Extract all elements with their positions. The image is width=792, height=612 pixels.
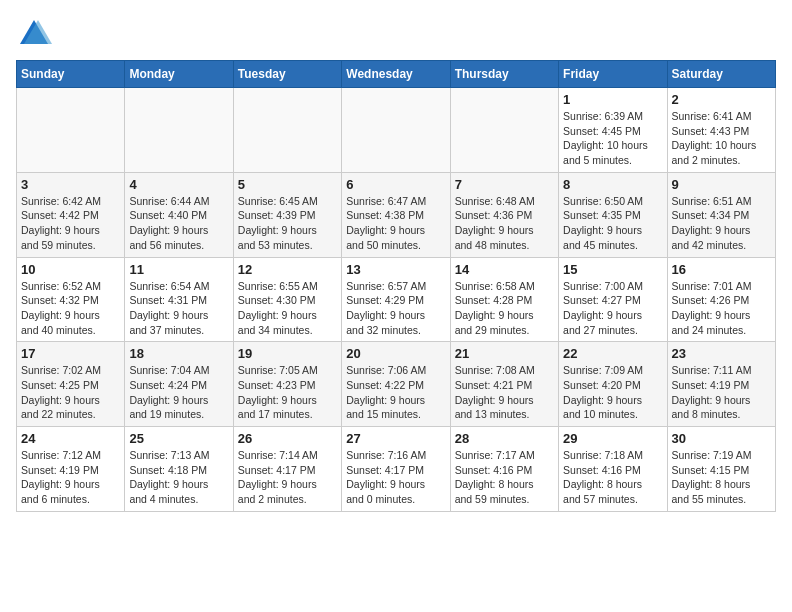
calendar-cell: 29Sunrise: 7:18 AM Sunset: 4:16 PM Dayli… bbox=[559, 427, 667, 512]
calendar-cell: 25Sunrise: 7:13 AM Sunset: 4:18 PM Dayli… bbox=[125, 427, 233, 512]
calendar-cell: 21Sunrise: 7:08 AM Sunset: 4:21 PM Dayli… bbox=[450, 342, 558, 427]
calendar-table: SundayMondayTuesdayWednesdayThursdayFrid… bbox=[16, 60, 776, 512]
day-info: Sunrise: 6:57 AM Sunset: 4:29 PM Dayligh… bbox=[346, 279, 445, 338]
day-number: 11 bbox=[129, 262, 228, 277]
calendar-cell: 10Sunrise: 6:52 AM Sunset: 4:32 PM Dayli… bbox=[17, 257, 125, 342]
day-number: 30 bbox=[672, 431, 771, 446]
weekday-header: Tuesday bbox=[233, 61, 341, 88]
day-info: Sunrise: 6:52 AM Sunset: 4:32 PM Dayligh… bbox=[21, 279, 120, 338]
calendar-cell: 12Sunrise: 6:55 AM Sunset: 4:30 PM Dayli… bbox=[233, 257, 341, 342]
weekday-header: Wednesday bbox=[342, 61, 450, 88]
calendar-cell: 15Sunrise: 7:00 AM Sunset: 4:27 PM Dayli… bbox=[559, 257, 667, 342]
day-info: Sunrise: 7:01 AM Sunset: 4:26 PM Dayligh… bbox=[672, 279, 771, 338]
calendar-week-row: 10Sunrise: 6:52 AM Sunset: 4:32 PM Dayli… bbox=[17, 257, 776, 342]
calendar-cell bbox=[342, 88, 450, 173]
day-number: 19 bbox=[238, 346, 337, 361]
calendar-cell: 14Sunrise: 6:58 AM Sunset: 4:28 PM Dayli… bbox=[450, 257, 558, 342]
day-info: Sunrise: 6:54 AM Sunset: 4:31 PM Dayligh… bbox=[129, 279, 228, 338]
calendar-cell: 4Sunrise: 6:44 AM Sunset: 4:40 PM Daylig… bbox=[125, 172, 233, 257]
weekday-header: Saturday bbox=[667, 61, 775, 88]
page-header bbox=[16, 16, 776, 52]
calendar-cell: 13Sunrise: 6:57 AM Sunset: 4:29 PM Dayli… bbox=[342, 257, 450, 342]
day-info: Sunrise: 6:44 AM Sunset: 4:40 PM Dayligh… bbox=[129, 194, 228, 253]
day-number: 26 bbox=[238, 431, 337, 446]
day-info: Sunrise: 7:09 AM Sunset: 4:20 PM Dayligh… bbox=[563, 363, 662, 422]
calendar-cell: 3Sunrise: 6:42 AM Sunset: 4:42 PM Daylig… bbox=[17, 172, 125, 257]
calendar-cell: 24Sunrise: 7:12 AM Sunset: 4:19 PM Dayli… bbox=[17, 427, 125, 512]
day-info: Sunrise: 7:04 AM Sunset: 4:24 PM Dayligh… bbox=[129, 363, 228, 422]
calendar-cell: 1Sunrise: 6:39 AM Sunset: 4:45 PM Daylig… bbox=[559, 88, 667, 173]
day-number: 13 bbox=[346, 262, 445, 277]
day-info: Sunrise: 7:16 AM Sunset: 4:17 PM Dayligh… bbox=[346, 448, 445, 507]
day-number: 2 bbox=[672, 92, 771, 107]
day-info: Sunrise: 7:13 AM Sunset: 4:18 PM Dayligh… bbox=[129, 448, 228, 507]
calendar-cell: 20Sunrise: 7:06 AM Sunset: 4:22 PM Dayli… bbox=[342, 342, 450, 427]
calendar-cell bbox=[233, 88, 341, 173]
day-info: Sunrise: 6:50 AM Sunset: 4:35 PM Dayligh… bbox=[563, 194, 662, 253]
calendar-cell: 8Sunrise: 6:50 AM Sunset: 4:35 PM Daylig… bbox=[559, 172, 667, 257]
day-number: 1 bbox=[563, 92, 662, 107]
calendar-header-row: SundayMondayTuesdayWednesdayThursdayFrid… bbox=[17, 61, 776, 88]
day-info: Sunrise: 6:41 AM Sunset: 4:43 PM Dayligh… bbox=[672, 109, 771, 168]
day-number: 28 bbox=[455, 431, 554, 446]
day-info: Sunrise: 6:58 AM Sunset: 4:28 PM Dayligh… bbox=[455, 279, 554, 338]
day-info: Sunrise: 7:11 AM Sunset: 4:19 PM Dayligh… bbox=[672, 363, 771, 422]
calendar-cell: 9Sunrise: 6:51 AM Sunset: 4:34 PM Daylig… bbox=[667, 172, 775, 257]
day-info: Sunrise: 6:55 AM Sunset: 4:30 PM Dayligh… bbox=[238, 279, 337, 338]
day-number: 16 bbox=[672, 262, 771, 277]
calendar-week-row: 3Sunrise: 6:42 AM Sunset: 4:42 PM Daylig… bbox=[17, 172, 776, 257]
calendar-cell: 23Sunrise: 7:11 AM Sunset: 4:19 PM Dayli… bbox=[667, 342, 775, 427]
calendar-cell: 26Sunrise: 7:14 AM Sunset: 4:17 PM Dayli… bbox=[233, 427, 341, 512]
day-number: 12 bbox=[238, 262, 337, 277]
calendar-cell bbox=[17, 88, 125, 173]
day-number: 25 bbox=[129, 431, 228, 446]
logo bbox=[16, 16, 54, 52]
day-info: Sunrise: 7:18 AM Sunset: 4:16 PM Dayligh… bbox=[563, 448, 662, 507]
day-number: 18 bbox=[129, 346, 228, 361]
day-info: Sunrise: 7:12 AM Sunset: 4:19 PM Dayligh… bbox=[21, 448, 120, 507]
calendar-cell: 7Sunrise: 6:48 AM Sunset: 4:36 PM Daylig… bbox=[450, 172, 558, 257]
day-number: 24 bbox=[21, 431, 120, 446]
calendar-cell: 27Sunrise: 7:16 AM Sunset: 4:17 PM Dayli… bbox=[342, 427, 450, 512]
logo-icon bbox=[16, 16, 52, 52]
calendar-week-row: 17Sunrise: 7:02 AM Sunset: 4:25 PM Dayli… bbox=[17, 342, 776, 427]
day-number: 6 bbox=[346, 177, 445, 192]
day-number: 17 bbox=[21, 346, 120, 361]
calendar-cell: 16Sunrise: 7:01 AM Sunset: 4:26 PM Dayli… bbox=[667, 257, 775, 342]
calendar-cell: 11Sunrise: 6:54 AM Sunset: 4:31 PM Dayli… bbox=[125, 257, 233, 342]
day-info: Sunrise: 6:48 AM Sunset: 4:36 PM Dayligh… bbox=[455, 194, 554, 253]
day-info: Sunrise: 7:00 AM Sunset: 4:27 PM Dayligh… bbox=[563, 279, 662, 338]
day-number: 22 bbox=[563, 346, 662, 361]
day-number: 3 bbox=[21, 177, 120, 192]
day-info: Sunrise: 7:05 AM Sunset: 4:23 PM Dayligh… bbox=[238, 363, 337, 422]
day-number: 15 bbox=[563, 262, 662, 277]
day-number: 20 bbox=[346, 346, 445, 361]
calendar-cell: 18Sunrise: 7:04 AM Sunset: 4:24 PM Dayli… bbox=[125, 342, 233, 427]
day-info: Sunrise: 6:45 AM Sunset: 4:39 PM Dayligh… bbox=[238, 194, 337, 253]
day-number: 8 bbox=[563, 177, 662, 192]
day-info: Sunrise: 6:47 AM Sunset: 4:38 PM Dayligh… bbox=[346, 194, 445, 253]
day-info: Sunrise: 7:14 AM Sunset: 4:17 PM Dayligh… bbox=[238, 448, 337, 507]
day-info: Sunrise: 7:19 AM Sunset: 4:15 PM Dayligh… bbox=[672, 448, 771, 507]
calendar-week-row: 24Sunrise: 7:12 AM Sunset: 4:19 PM Dayli… bbox=[17, 427, 776, 512]
calendar-cell: 19Sunrise: 7:05 AM Sunset: 4:23 PM Dayli… bbox=[233, 342, 341, 427]
weekday-header: Thursday bbox=[450, 61, 558, 88]
calendar-cell: 2Sunrise: 6:41 AM Sunset: 4:43 PM Daylig… bbox=[667, 88, 775, 173]
day-info: Sunrise: 7:08 AM Sunset: 4:21 PM Dayligh… bbox=[455, 363, 554, 422]
day-info: Sunrise: 7:17 AM Sunset: 4:16 PM Dayligh… bbox=[455, 448, 554, 507]
day-info: Sunrise: 7:02 AM Sunset: 4:25 PM Dayligh… bbox=[21, 363, 120, 422]
day-info: Sunrise: 7:06 AM Sunset: 4:22 PM Dayligh… bbox=[346, 363, 445, 422]
day-number: 7 bbox=[455, 177, 554, 192]
calendar-cell bbox=[450, 88, 558, 173]
calendar-cell: 6Sunrise: 6:47 AM Sunset: 4:38 PM Daylig… bbox=[342, 172, 450, 257]
calendar-cell: 28Sunrise: 7:17 AM Sunset: 4:16 PM Dayli… bbox=[450, 427, 558, 512]
weekday-header: Sunday bbox=[17, 61, 125, 88]
calendar-cell: 30Sunrise: 7:19 AM Sunset: 4:15 PM Dayli… bbox=[667, 427, 775, 512]
calendar-cell: 5Sunrise: 6:45 AM Sunset: 4:39 PM Daylig… bbox=[233, 172, 341, 257]
day-number: 4 bbox=[129, 177, 228, 192]
day-number: 10 bbox=[21, 262, 120, 277]
day-info: Sunrise: 6:42 AM Sunset: 4:42 PM Dayligh… bbox=[21, 194, 120, 253]
calendar-week-row: 1Sunrise: 6:39 AM Sunset: 4:45 PM Daylig… bbox=[17, 88, 776, 173]
calendar-cell: 22Sunrise: 7:09 AM Sunset: 4:20 PM Dayli… bbox=[559, 342, 667, 427]
calendar-cell bbox=[125, 88, 233, 173]
